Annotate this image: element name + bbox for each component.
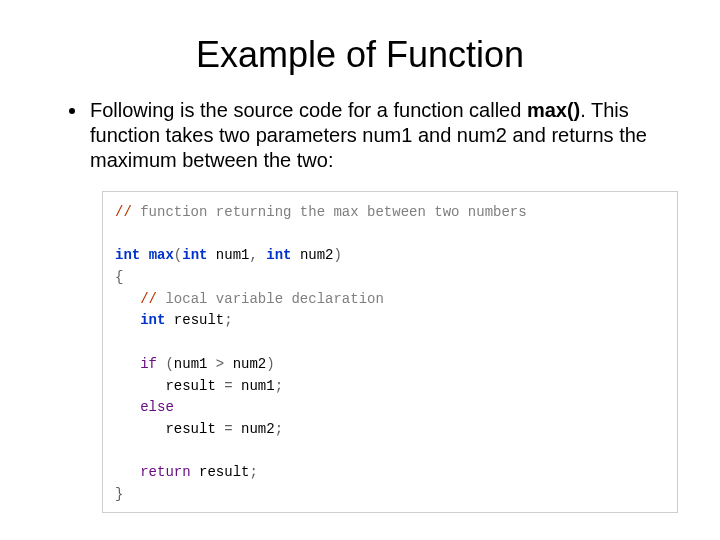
code-semi: ; [275,378,283,394]
code-cond-a: num1 [174,356,216,372]
code-semi: ; [275,421,283,437]
code-assign-1b: num1 [233,378,275,394]
code-brace-close: } [115,486,123,502]
slide-title: Example of Function [40,34,680,76]
bullet-item: Following is the source code for a funct… [88,98,680,173]
code-keyword-int: int [182,247,207,263]
slide: Example of Function Following is the sou… [0,0,720,540]
code-keyword-if: if [140,356,157,372]
code-return-val: result [191,464,250,480]
code-indent [115,399,140,415]
code-assign-2: result [115,421,224,437]
code-param-1: num1 [207,247,249,263]
bullet-list: Following is the source code for a funct… [40,98,680,173]
bullet-text-bold: max() [527,99,580,121]
code-keyword-int: int [115,247,140,263]
code-semi: ; [224,312,232,328]
code-paren-close: ) [266,356,274,372]
code-sp [140,247,148,263]
code-indent [115,312,140,328]
code-indent [115,356,140,372]
code-param-2: num2 [292,247,334,263]
code-paren-close: ) [334,247,342,263]
code-assign-1: result [115,378,224,394]
code-op-eq: = [224,421,232,437]
code-indent [115,464,140,480]
code-var-result: result [165,312,224,328]
code-keyword-int: int [266,247,291,263]
code-keyword-int: int [140,312,165,328]
code-indent [115,291,140,307]
code-func-name: max [149,247,174,263]
code-comment-2: local variable declaration [157,291,384,307]
code-keyword-else: else [140,399,174,415]
code-brace-open: { [115,269,123,285]
code-comment-slashes: // [115,204,132,220]
code-assign-2b: num2 [233,421,275,437]
code-op-eq: = [224,378,232,394]
code-block: // function returning the max between tw… [102,191,678,513]
code-cond-b: num2 [224,356,266,372]
code-comment-1: function returning the max between two n… [132,204,527,220]
code-keyword-return: return [140,464,190,480]
code-comma: , [249,247,257,263]
bullet-text-pre: Following is the source code for a funct… [90,99,527,121]
code-comment-slashes: // [140,291,157,307]
code-paren-open: ( [174,247,182,263]
code-paren-open: ( [165,356,173,372]
code-semi: ; [249,464,257,480]
code-op-gt: > [216,356,224,372]
